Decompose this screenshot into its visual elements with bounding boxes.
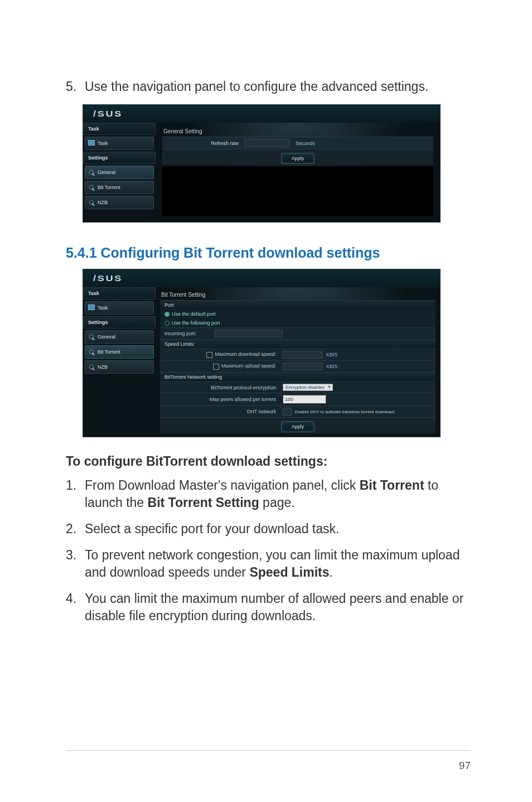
incoming-port-label: Incoming port:: [165, 331, 215, 336]
network-setting-header: BitTorrent Network setting: [160, 372, 436, 381]
sidebar-item-label: General: [98, 170, 115, 175]
max-upload-label: Maximum upload speed:: [221, 363, 276, 369]
sidebar-item-label: Bit Torrent: [98, 185, 120, 190]
dht-note: Enable DHT to activate trackless torrent…: [295, 409, 395, 414]
sidebar-item-nzb[interactable]: NZB: [85, 196, 154, 209]
radio-label: Use the following port: [172, 320, 220, 326]
bold-text: Bit Torrent Setting: [148, 495, 259, 510]
dht-row: DHT network Enable DHT to activate track…: [160, 405, 436, 417]
step-1: 1. From Download Master's navigation pan…: [66, 477, 471, 511]
max-upload-input[interactable]: [283, 363, 323, 370]
refresh-rate-unit: Seconds: [296, 141, 351, 146]
radio-label: Use the default port: [172, 311, 216, 317]
sidebar-item-nzb[interactable]: NZB: [85, 360, 154, 374]
step-text: From Download Master's navigation panel,…: [85, 477, 471, 511]
step-number: 3.: [66, 547, 85, 581]
radio-icon: [165, 321, 170, 326]
max-peers-input[interactable]: 100: [283, 395, 326, 404]
step-text: To prevent network congestion, you can l…: [85, 547, 471, 581]
panel-title: Bit Torrent Setting: [160, 291, 436, 300]
procedure-heading: To configure BitTorrent download setting…: [66, 454, 471, 469]
screenshot-general-setting: /SUS Task Task Settings General Bit Torr…: [83, 104, 441, 223]
sidebar-header-settings: Settings: [83, 316, 156, 328]
port-header: Port: [160, 300, 436, 310]
text-frag: From Download Master's navigation panel,…: [85, 478, 360, 492]
sidebar-item-task[interactable]: Task: [85, 301, 154, 315]
section-heading: 5.4.1 Configuring Bit Torrent download s…: [66, 245, 471, 261]
incoming-port-row: Incoming port:: [160, 327, 436, 339]
sidebar-item-task[interactable]: Task: [85, 137, 154, 150]
sidebar: Task Task Settings General Bit Torrent N…: [83, 123, 156, 222]
max-download-input[interactable]: [283, 351, 323, 359]
sidebar-item-label: NZB: [98, 364, 108, 370]
screenshot-bittorrent-setting: /SUS Task Task Settings General Bit Torr…: [83, 269, 441, 437]
max-peers-row: Max peers allowed per torrent 100: [160, 393, 436, 405]
bold-text: Speed Limits: [249, 565, 329, 579]
wrench-icon: [88, 334, 95, 340]
step-5: 5. Use the navigation panel to configure…: [66, 78, 471, 95]
step-2: 2. Select a specific port for your downl…: [66, 520, 471, 538]
asus-logo: /SUS: [93, 274, 123, 283]
task-icon: [88, 305, 95, 311]
sidebar-header-task: Task: [83, 287, 156, 299]
sidebar: Task Task Settings General Bit Torrent N…: [83, 287, 156, 437]
text-frag: .: [330, 565, 333, 579]
unit-label: KB/S: [326, 364, 338, 369]
refresh-rate-row: Refresh rate Seconds: [162, 137, 433, 149]
apply-row: Apply: [162, 149, 433, 165]
task-icon: [88, 140, 95, 147]
step-text: Select a specific port for your download…: [85, 520, 471, 538]
sidebar-header-task: Task: [83, 123, 156, 135]
refresh-rate-input[interactable]: [244, 139, 290, 147]
refresh-rate-label: Refresh rate: [166, 141, 239, 146]
encryption-row: BitTorrent protocol encryption Encryptio…: [160, 381, 436, 393]
dht-label: DHT network: [165, 409, 283, 414]
apply-button[interactable]: Apply: [281, 153, 315, 164]
sidebar-item-general[interactable]: General: [85, 330, 154, 344]
sidebar-item-label: Task: [98, 305, 108, 311]
encryption-dropdown[interactable]: Encryption disabled: [283, 384, 333, 391]
max-peers-label: Max peers allowed per torrent: [165, 397, 283, 402]
radio-icon: [165, 312, 170, 317]
step-number: 4.: [66, 590, 85, 625]
bold-text: Bit Torrent: [360, 478, 424, 492]
text-frag: page.: [259, 495, 295, 510]
checkbox-icon[interactable]: [213, 364, 219, 370]
incoming-port-input[interactable]: [215, 330, 283, 337]
sidebar-item-label: Bit Torrent: [98, 349, 120, 355]
main-panel: Bit Torrent Setting Port Use the default…: [156, 287, 440, 437]
sidebar-item-general[interactable]: General: [85, 166, 154, 179]
step-4: 4. You can limit the maximum number of a…: [66, 590, 471, 625]
step-number: 5.: [66, 78, 85, 95]
asus-logo: /SUS: [93, 109, 123, 118]
radio-default-port[interactable]: Use the default port: [160, 310, 436, 318]
page-number: 97: [459, 760, 471, 772]
step-number: 2.: [66, 520, 85, 538]
footer-rule: [66, 750, 471, 751]
wrench-icon: [88, 349, 95, 355]
sidebar-item-label: General: [98, 334, 115, 340]
titlebar: /SUS: [83, 269, 440, 287]
empty-area: [162, 166, 433, 216]
radio-following-port[interactable]: Use the following port: [160, 318, 436, 327]
wrench-icon: [88, 199, 95, 206]
sidebar-header-settings: Settings: [83, 152, 156, 164]
step-number: 1.: [66, 477, 85, 511]
speed-limits-header: Speed Limits:: [160, 339, 436, 349]
wrench-icon: [88, 364, 95, 370]
apply-button[interactable]: Apply: [281, 421, 315, 432]
panel-title: General Setting: [162, 127, 433, 137]
dht-input[interactable]: [283, 408, 292, 416]
max-download-row: Maximum download speed: KB/S: [160, 349, 436, 360]
main-panel: General Setting Refresh rate Seconds App…: [156, 123, 440, 222]
wrench-icon: [88, 169, 95, 176]
wrench-icon: [88, 184, 95, 191]
sidebar-item-label: NZB: [98, 200, 108, 205]
sidebar-item-label: Task: [98, 141, 108, 146]
checkbox-icon[interactable]: [206, 352, 212, 358]
sidebar-item-bittorrent[interactable]: Bit Torrent: [85, 181, 154, 194]
unit-label: KB/S: [326, 352, 338, 357]
titlebar: /SUS: [83, 105, 440, 123]
sidebar-item-bittorrent[interactable]: Bit Torrent: [85, 345, 154, 359]
max-download-label: Maximum download speed:: [215, 351, 276, 357]
